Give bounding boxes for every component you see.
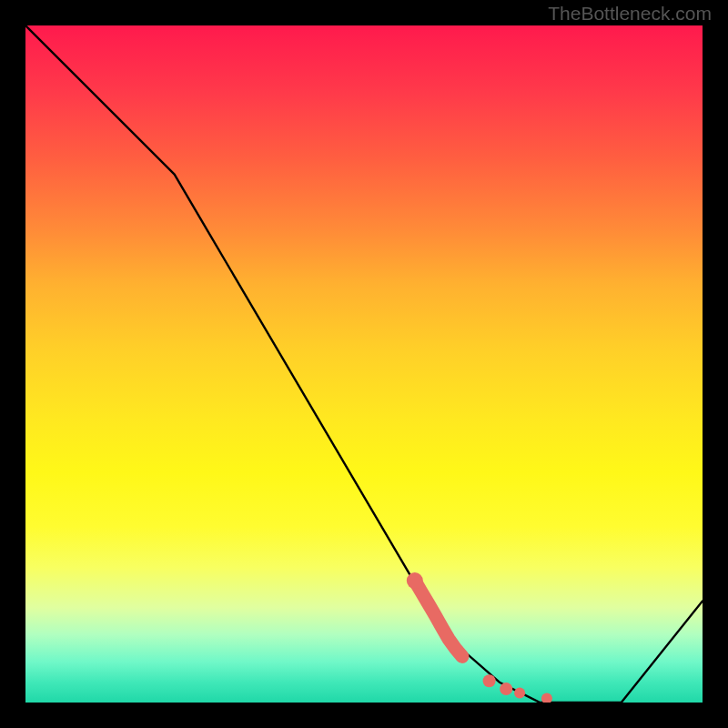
watermark-text: TheBottleneck.com xyxy=(548,3,712,25)
chart-container: TheBottleneck.com xyxy=(0,0,728,728)
svg-point-2 xyxy=(500,682,512,695)
svg-point-1 xyxy=(483,674,496,687)
svg-point-0 xyxy=(407,572,423,589)
curve-line xyxy=(25,25,703,703)
svg-point-3 xyxy=(514,688,525,699)
svg-point-4 xyxy=(541,693,552,703)
highlight-markers xyxy=(407,572,552,703)
chart-svg xyxy=(25,25,703,703)
